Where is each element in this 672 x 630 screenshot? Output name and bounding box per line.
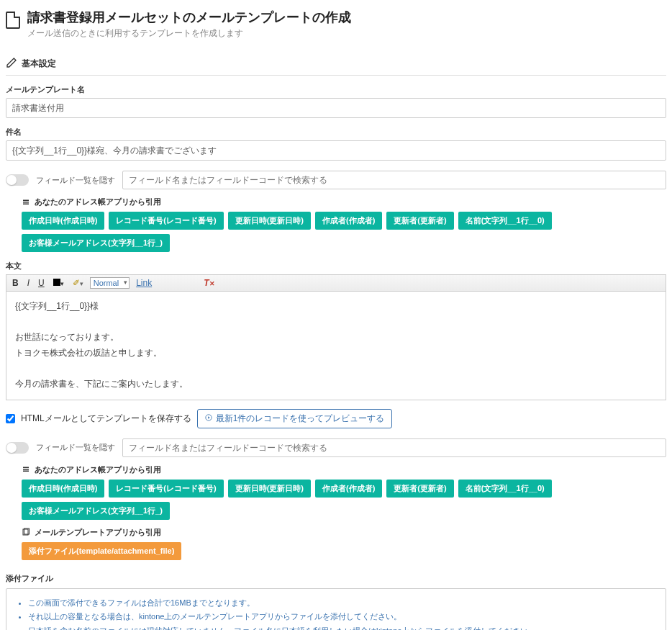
attachment-note: この画面で添付できるファイルは合計で16MBまでとなります。	[28, 596, 655, 611]
format-select[interactable]: Normal	[90, 277, 130, 289]
svg-marker-25	[208, 416, 210, 418]
field-tag[interactable]: 作成者(作成者)	[315, 480, 382, 498]
attachment-info: この画面で添付できるファイルは合計で16MBまでとなります。それ以上の容量となる…	[6, 588, 666, 630]
save-as-html-checkbox[interactable]	[6, 414, 15, 423]
subject-input[interactable]	[6, 140, 666, 161]
editor-toolbar: B I U ▾ ✐▾ Normal Link 123 T✕	[6, 275, 666, 292]
editor-body[interactable]: {{文字列__1行__0}}様お世話になっております。トヨクモ株式会社の坂詰と申…	[6, 292, 666, 400]
page-title: 請求書登録用メールセットのメールテンプレートの作成	[27, 9, 351, 26]
field-tag[interactable]: お客様メールアドレス(文字列__1行_)	[22, 234, 170, 252]
field-tag[interactable]: 名前(文字列__1行__0)	[458, 480, 552, 498]
quote-address-header-2: あなたのアドレス帳アプリから引用	[22, 464, 666, 475]
field-tag[interactable]: お客様メールアドレス(文字列__1行_)	[22, 502, 170, 520]
save-as-html-label: HTMLメールとしてテンプレートを保存する	[21, 413, 191, 425]
text-color-button[interactable]: ▾	[51, 277, 66, 289]
field-tag[interactable]: 更新日時(更新日時)	[228, 212, 311, 230]
play-icon	[205, 413, 212, 423]
svg-rect-26	[23, 467, 29, 469]
tag-row-2: 作成日時(作成日時)レコード番号(レコード番号)更新日時(更新日時)作成者(作成…	[22, 480, 666, 520]
svg-rect-1	[23, 202, 29, 203]
attachment-note: 日本語を含む名前のファイルには現状対応していません。ファイル名に日本語を利用した…	[28, 624, 655, 630]
field-tag[interactable]: 作成者(作成者)	[315, 212, 382, 230]
quote-address-label: あなたのアドレス帳アプリから引用	[35, 197, 161, 207]
section-basic-settings: 基本設定	[6, 53, 666, 76]
italic-button[interactable]: I	[25, 277, 32, 289]
svg-rect-28	[23, 471, 29, 472]
rich-editor: B I U ▾ ✐▾ Normal Link 123 T✕ {{文字列__1行_…	[6, 274, 666, 400]
field-search-input-2[interactable]	[122, 438, 666, 457]
field-tag[interactable]: レコード番号(レコード番号)	[109, 212, 223, 230]
svg-rect-2	[23, 203, 29, 204]
hide-fields-label-1: フィールド一覧を隠す	[36, 175, 115, 186]
svg-rect-27	[23, 469, 29, 470]
underline-button[interactable]: U	[36, 277, 47, 289]
section-label: 基本設定	[22, 58, 56, 70]
tag-row-3: 添付ファイル(template/attachment_file)	[22, 542, 666, 560]
field-tag[interactable]: 作成日時(作成日時)	[22, 212, 104, 230]
quote-template-label: メールテンプレートアプリから引用	[35, 527, 161, 538]
align-right-button[interactable]	[193, 277, 197, 289]
template-name-input[interactable]	[6, 98, 666, 118]
field-tag[interactable]: レコード番号(レコード番号)	[109, 480, 223, 498]
quote-template-header: メールテンプレートアプリから引用	[22, 527, 666, 538]
label-body: 本文	[6, 261, 666, 271]
hide-fields-toggle-2[interactable]	[6, 442, 29, 454]
field-tag[interactable]: 作成日時(作成日時)	[22, 480, 104, 498]
label-template-name: メールテンプレート名	[6, 84, 666, 95]
preview-button-label: 最新1件のレコードを使ってプレビューする	[216, 413, 385, 425]
bold-button[interactable]: B	[10, 277, 21, 289]
pencil-icon	[6, 57, 17, 71]
link-button[interactable]: Link	[134, 277, 154, 289]
label-subject: 件名	[6, 127, 666, 138]
field-tag[interactable]: 更新者(更新者)	[386, 480, 453, 498]
quote-address-header-1: あなたのアドレス帳アプリから引用	[22, 197, 666, 207]
page-subtitle: メール送信のときに利用するテンプレートを作成します	[27, 27, 351, 40]
field-tag[interactable]: 更新者(更新者)	[386, 212, 453, 230]
highlight-button[interactable]: ✐▾	[71, 277, 86, 289]
hide-fields-label-2: フィールド一覧を隠す	[36, 442, 115, 453]
preview-button[interactable]: 最新1件のレコードを使ってプレビューする	[197, 409, 393, 428]
field-tag[interactable]: 添付ファイル(template/attachment_file)	[22, 542, 181, 560]
quote-address-label-2: あなたのアドレス帳アプリから引用	[35, 464, 161, 475]
svg-rect-0	[23, 199, 29, 201]
page-header: 請求書登録用メールセットのメールテンプレートの作成 メール送信のときに利用するテ…	[6, 6, 666, 48]
field-tag[interactable]: 更新日時(更新日時)	[228, 480, 311, 498]
clear-format-button[interactable]: T✕	[201, 277, 217, 289]
field-search-input-1[interactable]	[122, 171, 666, 189]
list-ordered-button[interactable]: 123	[167, 277, 171, 289]
hide-fields-toggle-1[interactable]	[6, 174, 29, 186]
attachment-note: それ以上の容量となる場合は、kintone上のメールテンプレートアプリからファイ…	[28, 610, 655, 624]
field-tag[interactable]: 名前(文字列__1行__0)	[458, 212, 552, 230]
list-unordered-button[interactable]	[158, 277, 163, 289]
align-left-button[interactable]	[176, 277, 180, 289]
tag-row-1: 作成日時(作成日時)レコード番号(レコード番号)更新日時(更新日時)作成者(作成…	[22, 212, 666, 252]
label-attachment: 添付ファイル	[6, 573, 666, 584]
align-center-button[interactable]	[184, 277, 189, 289]
document-icon	[6, 12, 20, 29]
